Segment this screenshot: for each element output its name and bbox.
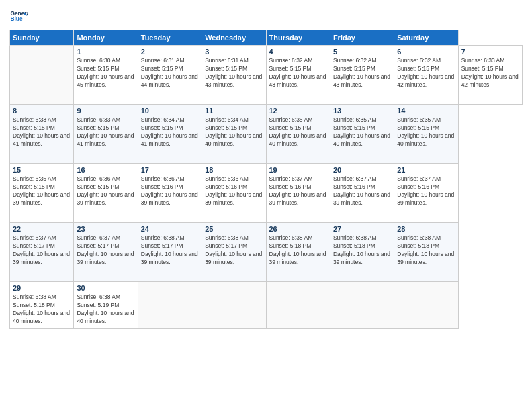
calendar-cell: 9Sunrise: 6:33 AMSunset: 5:15 PMDaylight…	[74, 105, 138, 164]
week-row-1: 1Sunrise: 6:30 AMSunset: 5:15 PMDaylight…	[10, 46, 523, 105]
day-info: Sunrise: 6:38 AMSunset: 5:17 PMDaylight:…	[141, 234, 199, 267]
day-number: 18	[205, 166, 263, 174]
day-info: Sunrise: 6:35 AMSunset: 5:15 PMDaylight:…	[333, 116, 391, 148]
day-info: Sunrise: 6:35 AMSunset: 5:15 PMDaylight:…	[13, 175, 71, 208]
calendar-cell: 24Sunrise: 6:38 AMSunset: 5:17 PMDayligh…	[138, 223, 202, 282]
calendar-cell: 7Sunrise: 6:33 AMSunset: 5:15 PMDaylight…	[458, 46, 522, 105]
day-info: Sunrise: 6:35 AMSunset: 5:15 PMDaylight:…	[269, 116, 327, 148]
calendar-cell: 29Sunrise: 6:38 AMSunset: 5:18 PMDayligh…	[10, 282, 74, 329]
calendar: SundayMondayTuesdayWednesdayThursdayFrid…	[9, 30, 523, 329]
day-number: 11	[205, 107, 263, 115]
logo: General Blue	[9, 7, 28, 26]
weekday-header-row: SundayMondayTuesdayWednesdayThursdayFrid…	[10, 30, 523, 46]
calendar-cell: 22Sunrise: 6:37 AMSunset: 5:17 PMDayligh…	[10, 223, 74, 282]
day-info: Sunrise: 6:34 AMSunset: 5:15 PMDaylight:…	[141, 116, 199, 148]
week-row-2: 8Sunrise: 6:33 AMSunset: 5:15 PMDaylight…	[10, 105, 523, 164]
day-info: Sunrise: 6:36 AMSunset: 5:16 PMDaylight:…	[205, 175, 263, 208]
calendar-cell: 23Sunrise: 6:37 AMSunset: 5:17 PMDayligh…	[74, 223, 138, 282]
day-number: 13	[333, 107, 391, 115]
calendar-cell: 14Sunrise: 6:35 AMSunset: 5:15 PMDayligh…	[394, 105, 458, 164]
calendar-cell: 26Sunrise: 6:38 AMSunset: 5:18 PMDayligh…	[266, 223, 330, 282]
day-info: Sunrise: 6:36 AMSunset: 5:16 PMDaylight:…	[141, 175, 199, 208]
day-info: Sunrise: 6:37 AMSunset: 5:16 PMDaylight:…	[269, 175, 327, 208]
week-row-5: 29Sunrise: 6:38 AMSunset: 5:18 PMDayligh…	[10, 282, 523, 329]
day-info: Sunrise: 6:38 AMSunset: 5:18 PMDaylight:…	[397, 234, 455, 267]
day-number: 1	[77, 48, 134, 56]
day-number: 21	[397, 166, 455, 174]
calendar-cell	[266, 282, 330, 329]
week-row-4: 22Sunrise: 6:37 AMSunset: 5:17 PMDayligh…	[10, 223, 523, 282]
day-info: Sunrise: 6:38 AMSunset: 5:19 PMDaylight:…	[77, 293, 134, 326]
calendar-cell: 28Sunrise: 6:38 AMSunset: 5:18 PMDayligh…	[394, 223, 458, 282]
calendar-cell: 18Sunrise: 6:36 AMSunset: 5:16 PMDayligh…	[202, 164, 266, 223]
calendar-cell: 10Sunrise: 6:34 AMSunset: 5:15 PMDayligh…	[138, 105, 202, 164]
day-number: 26	[269, 225, 327, 233]
logo-icon: General Blue	[9, 7, 28, 26]
calendar-cell	[330, 282, 394, 329]
calendar-cell: 17Sunrise: 6:36 AMSunset: 5:16 PMDayligh…	[138, 164, 202, 223]
day-number: 23	[77, 225, 134, 233]
day-info: Sunrise: 6:33 AMSunset: 5:15 PMDaylight:…	[13, 116, 71, 148]
day-info: Sunrise: 6:35 AMSunset: 5:15 PMDaylight:…	[397, 116, 455, 148]
day-info: Sunrise: 6:30 AMSunset: 5:15 PMDaylight:…	[77, 57, 134, 89]
day-number: 4	[269, 48, 327, 56]
day-info: Sunrise: 6:38 AMSunset: 5:18 PMDaylight:…	[13, 293, 71, 326]
day-number: 9	[77, 107, 134, 115]
day-info: Sunrise: 6:38 AMSunset: 5:18 PMDaylight:…	[333, 234, 391, 267]
day-info: Sunrise: 6:38 AMSunset: 5:17 PMDaylight:…	[205, 234, 263, 267]
calendar-cell: 5Sunrise: 6:32 AMSunset: 5:15 PMDaylight…	[330, 46, 394, 105]
day-info: Sunrise: 6:33 AMSunset: 5:15 PMDaylight:…	[77, 116, 134, 148]
weekday-header-sunday: Sunday	[10, 30, 74, 46]
day-number: 15	[13, 166, 71, 174]
day-info: Sunrise: 6:32 AMSunset: 5:15 PMDaylight:…	[269, 57, 327, 89]
day-number: 27	[333, 225, 391, 233]
day-number: 22	[13, 225, 71, 233]
calendar-cell: 25Sunrise: 6:38 AMSunset: 5:17 PMDayligh…	[202, 223, 266, 282]
day-info: Sunrise: 6:38 AMSunset: 5:18 PMDaylight:…	[269, 234, 327, 267]
weekday-header-friday: Friday	[330, 30, 394, 46]
day-info: Sunrise: 6:31 AMSunset: 5:15 PMDaylight:…	[141, 57, 199, 89]
calendar-cell: 27Sunrise: 6:38 AMSunset: 5:18 PMDayligh…	[330, 223, 394, 282]
weekday-header-thursday: Thursday	[266, 30, 330, 46]
calendar-cell	[394, 282, 458, 329]
day-number: 25	[205, 225, 263, 233]
day-number: 14	[397, 107, 455, 115]
calendar-cell: 12Sunrise: 6:35 AMSunset: 5:15 PMDayligh…	[266, 105, 330, 164]
calendar-cell: 1Sunrise: 6:30 AMSunset: 5:15 PMDaylight…	[74, 46, 138, 105]
calendar-cell: 8Sunrise: 6:33 AMSunset: 5:15 PMDaylight…	[10, 105, 74, 164]
svg-text:Blue: Blue	[10, 15, 22, 22]
day-number: 16	[77, 166, 134, 174]
header: General Blue	[9, 7, 523, 26]
calendar-cell: 19Sunrise: 6:37 AMSunset: 5:16 PMDayligh…	[266, 164, 330, 223]
day-info: Sunrise: 6:33 AMSunset: 5:15 PMDaylight:…	[461, 57, 519, 89]
calendar-cell: 13Sunrise: 6:35 AMSunset: 5:15 PMDayligh…	[330, 105, 394, 164]
day-number: 17	[141, 166, 199, 174]
day-number: 28	[397, 225, 455, 233]
calendar-cell: 3Sunrise: 6:31 AMSunset: 5:15 PMDaylight…	[202, 46, 266, 105]
day-info: Sunrise: 6:31 AMSunset: 5:15 PMDaylight:…	[205, 57, 263, 89]
week-row-3: 15Sunrise: 6:35 AMSunset: 5:15 PMDayligh…	[10, 164, 523, 223]
day-number: 2	[141, 48, 199, 56]
calendar-cell: 2Sunrise: 6:31 AMSunset: 5:15 PMDaylight…	[138, 46, 202, 105]
day-info: Sunrise: 6:32 AMSunset: 5:15 PMDaylight:…	[397, 57, 455, 89]
day-number: 10	[141, 107, 199, 115]
day-number: 12	[269, 107, 327, 115]
day-number: 20	[333, 166, 391, 174]
calendar-cell	[138, 282, 202, 329]
day-info: Sunrise: 6:37 AMSunset: 5:17 PMDaylight:…	[13, 234, 71, 267]
weekday-header-saturday: Saturday	[394, 30, 458, 46]
calendar-cell: 15Sunrise: 6:35 AMSunset: 5:15 PMDayligh…	[10, 164, 74, 223]
weekday-header-wednesday: Wednesday	[202, 30, 266, 46]
day-number: 6	[397, 48, 455, 56]
day-number: 7	[461, 48, 519, 56]
weekday-header-monday: Monday	[74, 30, 138, 46]
day-info: Sunrise: 6:37 AMSunset: 5:16 PMDaylight:…	[333, 175, 391, 208]
calendar-cell: 21Sunrise: 6:37 AMSunset: 5:16 PMDayligh…	[394, 164, 458, 223]
day-info: Sunrise: 6:37 AMSunset: 5:16 PMDaylight:…	[397, 175, 455, 208]
weekday-header-tuesday: Tuesday	[138, 30, 202, 46]
day-number: 19	[269, 166, 327, 174]
day-number: 30	[77, 284, 134, 292]
calendar-cell: 11Sunrise: 6:34 AMSunset: 5:15 PMDayligh…	[202, 105, 266, 164]
calendar-cell	[10, 46, 74, 105]
calendar-cell: 30Sunrise: 6:38 AMSunset: 5:19 PMDayligh…	[74, 282, 138, 329]
